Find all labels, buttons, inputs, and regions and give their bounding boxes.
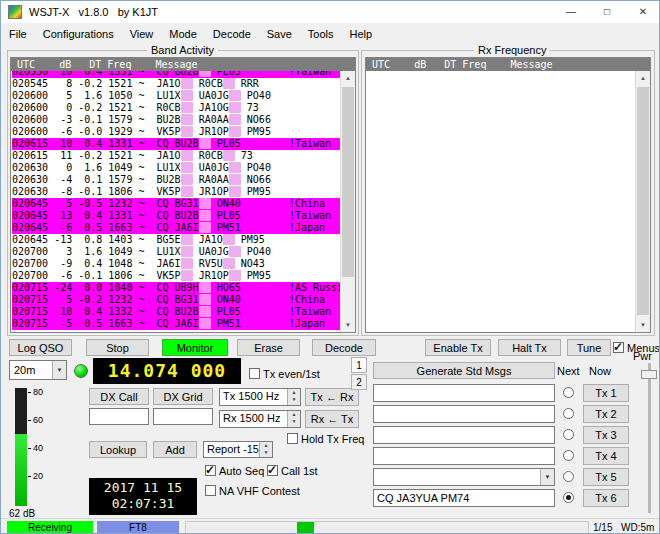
- tx-message-2-field[interactable]: [373, 405, 555, 423]
- tx-1-button[interactable]: Tx 1: [583, 384, 629, 402]
- spinner-arrows-icon[interactable]: ▲▼: [287, 411, 300, 427]
- dx-call-input[interactable]: [89, 408, 149, 425]
- decode-row[interactable]: 020715 5 -0.2 1232 ~ CQ BG31██ ON40 !Chi…: [12, 294, 340, 306]
- next-radio-tx5[interactable]: [563, 471, 574, 482]
- generate-std-msgs-button[interactable]: Generate Std Msgs: [373, 362, 555, 379]
- decode-row[interactable]: 020630 -4 0.1 1579 ~ BU2B██ RA0AA██ NO66: [12, 174, 340, 186]
- decode-row[interactable]: 020645 -6 0.5 1663 ~ CQ JA6I██ PM51 !Jap…: [12, 222, 340, 234]
- menu-tools[interactable]: Tools: [300, 26, 342, 42]
- title-bar[interactable]: WSJT-X v1.8.0 by K1JT — □ ✕: [1, 1, 659, 23]
- decode-row[interactable]: 020615 11 -0.2 1521 ~ JA1O██ R0CB██ 73: [12, 150, 340, 162]
- scrollbar-thumb[interactable]: [342, 87, 354, 277]
- tx-6-button[interactable]: Tx 6: [583, 489, 629, 507]
- chevron-down-icon[interactable]: ▼: [540, 469, 554, 485]
- halt-tx-button[interactable]: Halt Tx: [498, 339, 561, 356]
- auto-seq-checkbox[interactable]: [205, 465, 216, 476]
- rx-from-tx-button[interactable]: Rx ← Tx: [305, 410, 359, 428]
- na-vhf-checkbox[interactable]: [205, 485, 216, 496]
- rx-frequency-scrollbar[interactable]: ▲ ▼: [635, 71, 650, 332]
- rx-freq-spinner[interactable]: Rx 1500 Hz ▲▼: [219, 410, 301, 428]
- decode-row[interactable]: 020600 5 1.6 1050 ~ LU1X██ UA0JG██ PO40: [12, 90, 340, 102]
- close-button[interactable]: ✕: [625, 1, 660, 23]
- dx-call-button[interactable]: DX Call: [89, 388, 149, 405]
- menus-checkbox[interactable]: [613, 342, 624, 353]
- tx-message-4-field[interactable]: [373, 447, 555, 465]
- lookup-button[interactable]: Lookup: [89, 441, 147, 458]
- decode-button[interactable]: Decode: [312, 339, 376, 356]
- next-radio-tx2[interactable]: [563, 408, 574, 419]
- tx-message-3-field[interactable]: [373, 426, 555, 444]
- decode-row[interactable]: 020645 13 0.4 1331 ~ CQ BU2B██ PL05 !Tai…: [12, 210, 340, 222]
- dx-grid-button[interactable]: DX Grid: [153, 388, 213, 405]
- tx-freq-spinner[interactable]: Tx 1500 Hz ▲▼: [219, 388, 301, 406]
- report-spinner[interactable]: Report -15 ▲▼: [203, 441, 273, 458]
- decode-row[interactable]: 020615 10 0.4 1331 ~ CQ BU2B██ PL05 !Tai…: [12, 138, 340, 150]
- decode-row[interactable]: 020700 3 1.6 1049 ~ LU1X██ UA0JG██ PO40: [12, 246, 340, 258]
- monitor-button[interactable]: Monitor: [162, 339, 228, 356]
- band-select[interactable]: 20m ▼: [9, 360, 67, 380]
- hold-tx-freq-checkbox[interactable]: [287, 433, 298, 444]
- menu-view[interactable]: View: [122, 26, 162, 42]
- enable-tx-button[interactable]: Enable Tx: [425, 339, 491, 356]
- tx-from-rx-button[interactable]: Tx ← Rx: [305, 388, 359, 406]
- scrollbar-thumb[interactable]: [637, 87, 649, 315]
- menu-decode[interactable]: Decode: [205, 26, 259, 42]
- band-activity-body[interactable]: 020530 10 0.4 1331 ~ CQ BU2B██ PL05 !Tai…: [11, 71, 340, 332]
- band-activity-scrollbar[interactable]: ▲ ▼: [340, 71, 355, 332]
- menu-configurations[interactable]: Configurations: [35, 26, 122, 42]
- rx-frequency-body[interactable]: [366, 71, 635, 332]
- add-button[interactable]: Add: [153, 441, 197, 458]
- decode-row[interactable]: 020715 -24 0.0 1040 ~ CQ UB9H██ HO65 !AS…: [12, 282, 340, 294]
- log-qso-button[interactable]: Log QSO: [9, 339, 72, 356]
- decode-row[interactable]: 020600 -6 -0.0 1929 ~ VK5P██ JR1OP██ PM9…: [12, 126, 340, 138]
- decode-row[interactable]: 020545 8 -0.2 1521 ~ JA1O██ R0CB██ RRR: [12, 78, 340, 90]
- censored-callsign: ██: [229, 162, 241, 173]
- maximize-button[interactable]: □: [589, 1, 625, 23]
- next-radio-tx6[interactable]: [563, 492, 574, 503]
- tab-messages-1[interactable]: 1: [351, 357, 367, 373]
- menu-help[interactable]: Help: [342, 26, 381, 42]
- spinner-arrows-icon[interactable]: ▲▼: [259, 442, 272, 457]
- tx-2-button[interactable]: Tx 2: [583, 405, 629, 423]
- tx-3-button[interactable]: Tx 3: [583, 426, 629, 444]
- scroll-down-icon[interactable]: ▼: [341, 318, 355, 332]
- dx-grid-input[interactable]: [153, 408, 213, 425]
- pwr-slider-handle[interactable]: [641, 370, 657, 379]
- decode-row[interactable]: 020700 -9 0.4 1048 ~ JA6I██ RV5U██ NO43: [12, 258, 340, 270]
- next-radio-tx1[interactable]: [563, 387, 574, 398]
- menu-file[interactable]: File: [1, 26, 35, 42]
- minimize-button[interactable]: —: [553, 1, 589, 23]
- scroll-down-icon[interactable]: ▼: [636, 318, 650, 332]
- menu-mode[interactable]: Mode: [161, 26, 205, 42]
- decode-row[interactable]: 020715 -5 0.5 1663 ~ CQ JA6I██ PM51 !Jap…: [12, 318, 340, 330]
- tune-button[interactable]: Tune: [567, 339, 611, 356]
- scroll-up-icon[interactable]: ▲: [341, 71, 355, 85]
- decode-row[interactable]: 020630 -8 -0.1 1806 ~ VK5P██ JR1OP██ PM9…: [12, 186, 340, 198]
- stop-button[interactable]: Stop: [86, 339, 149, 356]
- spinner-arrows-icon[interactable]: ▲▼: [287, 389, 300, 405]
- decode-row[interactable]: 020715 10 0.4 1332 ~ CQ BU2B██ PL05 !Tai…: [12, 306, 340, 318]
- decode-row[interactable]: 020530 10 0.4 1331 ~ CQ BU2B██ PL05 !Tai…: [12, 71, 340, 78]
- decode-row[interactable]: 020600 -3 -0.1 1579 ~ BU2B██ RA0AA██ NO6…: [12, 114, 340, 126]
- next-radio-tx3[interactable]: [563, 429, 574, 440]
- menu-save[interactable]: Save: [259, 26, 300, 42]
- pwr-slider-groove[interactable]: [648, 363, 651, 513]
- tx-message-1-field[interactable]: [373, 384, 555, 402]
- tx-even-checkbox[interactable]: [249, 368, 260, 379]
- decode-row[interactable]: 020630 0 1.6 1049 ~ LU1X██ UA0JG██ PO40: [12, 162, 340, 174]
- next-radio-tx4[interactable]: [563, 450, 574, 461]
- tx-message-5-field[interactable]: ▼: [373, 468, 555, 486]
- erase-button[interactable]: Erase: [237, 339, 300, 356]
- decode-row[interactable]: 020645 5 -0.5 1232 ~ CQ BG31██ ON40 !Chi…: [12, 198, 340, 210]
- tab-messages-2[interactable]: 2: [351, 374, 367, 390]
- chevron-down-icon[interactable]: ▼: [52, 361, 66, 379]
- frequency-display[interactable]: 14.074 000: [93, 358, 241, 384]
- decode-row[interactable]: 020600 0 -0.2 1521 ~ R0CB██ JA1OG██ 73: [12, 102, 340, 114]
- call-1st-checkbox[interactable]: [267, 465, 278, 476]
- decode-row[interactable]: 020645 -13 0.8 1403 ~ BG5E██ JA1O██ PM95: [12, 234, 340, 246]
- decode-row[interactable]: 020700 -6 -0.1 1806 ~ VK5P██ JR1OP██ PM9…: [12, 270, 340, 282]
- tx-4-button[interactable]: Tx 4: [583, 447, 629, 465]
- tx-5-button[interactable]: Tx 5: [583, 468, 629, 486]
- scroll-up-icon[interactable]: ▲: [636, 71, 650, 85]
- tx-message-6-field[interactable]: CQ JA3YUA PM74: [373, 489, 555, 507]
